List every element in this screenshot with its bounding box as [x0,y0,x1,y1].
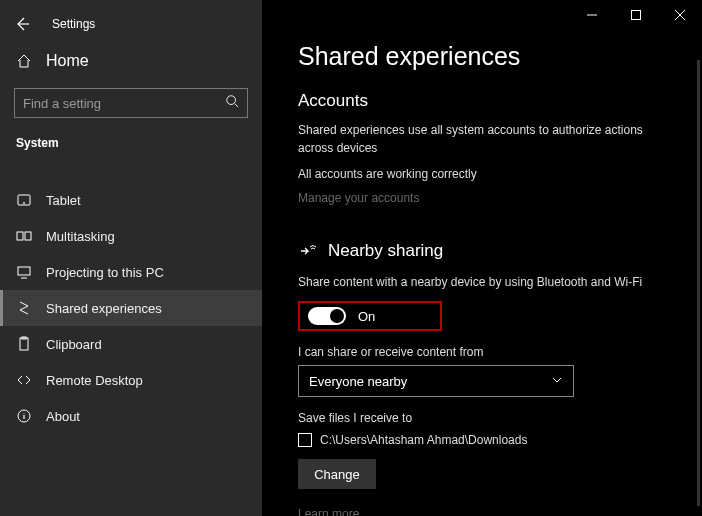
search-input[interactable] [23,96,203,111]
nav-item-shared-experiences[interactable]: Shared experiences [0,290,262,326]
back-arrow-icon[interactable] [14,16,30,32]
nav-item-remote-desktop[interactable]: Remote Desktop [0,362,262,398]
nav-label: Projecting to this PC [46,265,164,280]
home-icon [16,53,32,69]
share-from-dropdown[interactable]: Everyone nearby [298,365,574,397]
save-path-row: C:\Users\Ahtasham Ahmad\Downloads [298,431,682,449]
sidebar: Settings Home System Tablet Multitasking… [0,0,262,516]
projecting-icon [16,264,32,280]
manage-accounts-link[interactable]: Manage your accounts [298,191,682,211]
nearby-toggle[interactable] [308,307,346,325]
chevron-down-icon [551,374,563,389]
nav-item-multitasking[interactable]: Multitasking [0,218,262,254]
nearby-desc: Share content with a nearby device by us… [298,273,678,299]
clipboard-icon [16,336,32,352]
toggle-knob [330,309,344,323]
svg-rect-3 [17,232,23,240]
titlebar [570,0,702,30]
close-button[interactable] [658,0,702,30]
search-icon [225,94,239,112]
remote-desktop-icon [16,372,32,388]
svg-rect-4 [25,232,31,240]
nearby-sharing-header: Nearby sharing [298,239,682,263]
nearby-sharing-icon [298,239,318,263]
nav-item-projecting[interactable]: Projecting to this PC [0,254,262,290]
svg-rect-9 [632,11,641,20]
home-label: Home [46,52,89,70]
dropdown-value: Everyone nearby [309,374,407,389]
save-files-label: Save files I receive to [298,411,682,425]
home-button[interactable]: Home [0,42,262,80]
scrollbar[interactable] [697,60,700,506]
window-title: Settings [52,17,95,31]
nav-list: Tablet Multitasking Projecting to this P… [0,182,262,434]
svg-point-2 [24,203,25,204]
nav-item-clipboard[interactable]: Clipboard [0,326,262,362]
nav-label: Remote Desktop [46,373,143,388]
accounts-status: All accounts are working correctly [298,165,678,191]
nearby-toggle-row: On [298,301,442,331]
content-area: Shared experiences Accounts Shared exper… [262,0,702,516]
multitasking-icon [16,228,32,244]
accounts-heading: Accounts [298,91,682,121]
share-from-label: I can share or receive content from [298,345,682,359]
change-button[interactable]: Change [298,459,376,489]
maximize-button[interactable] [614,0,658,30]
about-icon [16,408,32,424]
svg-point-0 [227,96,236,105]
nav-label: Tablet [46,193,81,208]
minimize-button[interactable] [570,0,614,30]
svg-rect-5 [18,267,30,275]
toggle-state-label: On [358,309,375,324]
tablet-icon [16,192,32,208]
nav-item-about[interactable]: About [0,398,262,434]
nav-label: Shared experiences [46,301,162,316]
nav-label: About [46,409,80,424]
nearby-heading: Nearby sharing [328,241,443,261]
sidebar-header: Settings [0,10,262,42]
accounts-desc: Shared experiences use all system accoun… [298,121,678,165]
svg-rect-6 [20,338,28,350]
sidebar-section-label: System [0,132,262,162]
search-box[interactable] [14,88,248,118]
nav-label: Clipboard [46,337,102,352]
nav-item-tablet[interactable]: Tablet [0,182,262,218]
nav-label: Multitasking [46,229,115,244]
save-path: C:\Users\Ahtasham Ahmad\Downloads [320,431,527,449]
shared-experiences-icon [16,300,32,316]
learn-more-link[interactable]: Learn more [298,507,682,516]
folder-icon [298,433,312,447]
